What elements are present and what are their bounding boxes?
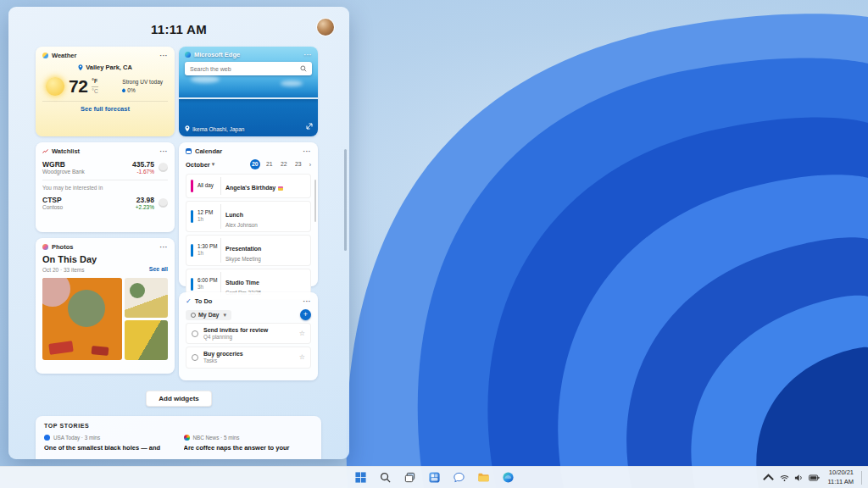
stock-company: Woodgrove Bank — [42, 169, 132, 175]
file-explorer-button[interactable] — [473, 469, 493, 487]
todo-list-label: My Day — [198, 312, 220, 318]
photo-thumbnail[interactable] — [42, 278, 122, 360]
chevron-down-icon: ▾ — [224, 312, 227, 319]
calendar-month[interactable]: October — [186, 161, 210, 169]
battery-icon[interactable] — [809, 474, 820, 481]
edge-browser-button[interactable] — [498, 469, 518, 487]
tray-overflow-button[interactable] — [761, 469, 775, 487]
todo-toolbar: My Day ▾ + — [186, 309, 311, 320]
chevron-down-icon[interactable]: ▾ — [212, 161, 215, 168]
calendar-widget-header: Calendar ··· — [186, 147, 311, 155]
weather-temperature: 72 — [69, 76, 87, 97]
star-icon[interactable]: ☆ — [299, 330, 305, 337]
edge-search-box[interactable] — [185, 62, 312, 75]
calendar-widget-title: Calendar — [195, 147, 222, 155]
widgets-button[interactable] — [424, 469, 444, 487]
task-view-button[interactable] — [399, 469, 420, 487]
photos-see-all-link[interactable]: See all — [149, 266, 168, 273]
location-pin-icon — [78, 64, 83, 71]
network-icon[interactable] — [780, 474, 789, 482]
see-full-forecast-link[interactable]: See full forecast — [42, 101, 168, 113]
edge-logo-icon — [185, 52, 191, 58]
stock-row[interactable]: WGRB Woodgrove Bank 435.75 -1.67% — [42, 160, 168, 175]
news-story[interactable]: NBC News · 5 mins Are coffee naps the an… — [184, 435, 314, 452]
panel-scrollbar[interactable] — [344, 149, 347, 251]
start-button[interactable] — [350, 469, 370, 487]
calendar-widget[interactable]: Calendar ··· October ▾ 20 21 22 23 › — [179, 142, 318, 286]
watchlist-widget[interactable]: Watchlist ··· WGRB Woodgrove Bank 435.75… — [36, 142, 175, 232]
unit-fahrenheit[interactable]: °F — [92, 78, 97, 86]
calendar-date[interactable]: 22 — [279, 159, 289, 169]
search-button[interactable] — [375, 469, 395, 487]
calendar-date[interactable]: 23 — [293, 159, 303, 169]
calendar-event[interactable]: All day Angela's Birthday — [186, 174, 311, 198]
calendar-scrollbar[interactable] — [314, 180, 317, 222]
chevron-right-icon[interactable]: › — [309, 162, 311, 168]
photos-menu-button[interactable]: ··· — [160, 244, 169, 251]
unit-celsius[interactable]: °C — [92, 87, 97, 95]
weather-icon — [42, 53, 48, 58]
todo-widget[interactable]: ✓ To Do ··· My Day ▾ + Send invites for … — [179, 292, 318, 380]
event-title: Presentation — [225, 246, 261, 252]
calendar-menu-button[interactable]: ··· — [303, 148, 312, 155]
weather-location-row: Valley Park, CA — [42, 64, 168, 71]
chevron-up-icon — [762, 471, 775, 484]
todo-list-selector[interactable]: My Day ▾ — [186, 310, 231, 320]
edge-widget-header: Microsoft Edge ··· — [185, 51, 312, 58]
volume-icon[interactable] — [794, 474, 804, 482]
star-icon[interactable]: ☆ — [299, 354, 305, 361]
calendar-event-list: All day Angela's Birthday 12 PM1h Lunch … — [186, 174, 311, 300]
add-widgets-button[interactable]: Add widgets — [146, 391, 212, 407]
photos-header-row: On This Day Oct 20 · 33 items See all — [42, 254, 168, 273]
event-time: All day — [198, 182, 214, 188]
expand-icon[interactable] — [306, 118, 313, 133]
watchlist-menu-button[interactable]: ··· — [160, 148, 169, 155]
edge-widget[interactable]: Microsoft Edge ··· Ikema Ohashi, Japan — [179, 47, 318, 136]
calendar-date[interactable]: 21 — [264, 159, 275, 169]
search-icon — [300, 65, 307, 72]
event-color-bar — [191, 278, 193, 291]
task-checkbox[interactable] — [192, 330, 198, 337]
watchlist-chart-icon — [42, 148, 48, 154]
task-checkbox[interactable] — [192, 354, 198, 361]
edge-menu-button[interactable]: ··· — [304, 52, 313, 58]
windows-start-icon — [354, 471, 367, 484]
chat-button[interactable] — [448, 469, 469, 487]
stock-symbol: CTSP — [42, 196, 136, 204]
weather-widget[interactable]: Weather ··· Valley Park, CA 72 °F °C — [36, 47, 175, 136]
bridge-shape — [179, 97, 318, 99]
todo-task-row[interactable]: Buy groceries Tasks ☆ — [186, 347, 311, 368]
weather-units[interactable]: °F °C — [92, 78, 97, 95]
story-source: NBC News · 5 mins — [193, 435, 240, 441]
photos-widget[interactable]: Photos ··· On This Day Oct 20 · 33 items… — [36, 238, 175, 374]
event-color-bar — [191, 180, 193, 192]
task-title: Send invites for review — [203, 326, 268, 334]
photos-widget-header: Photos ··· — [42, 243, 168, 251]
weather-current: 72 °F °C Strong UV today 0% — [46, 76, 164, 97]
photo-thumbnail[interactable] — [125, 278, 168, 318]
event-time: 1:30 PM — [198, 243, 217, 249]
add-task-button[interactable]: + — [300, 309, 311, 320]
todo-task-row[interactable]: Send invites for review Q4 planning ☆ — [186, 323, 311, 344]
photo-thumbnail[interactable] — [125, 320, 168, 360]
calendar-date-selected[interactable]: 20 — [250, 159, 260, 169]
calendar-event[interactable]: 12 PM1h Lunch Alex Johnson — [186, 201, 311, 232]
sun-icon — [46, 77, 64, 96]
show-desktop-button[interactable] — [861, 471, 864, 485]
todo-menu-button[interactable]: ··· — [303, 298, 312, 305]
calendar-icon — [186, 148, 192, 154]
taskbar-clock[interactable]: 10/20/21 11:11 AM — [825, 469, 856, 485]
file-explorer-icon — [477, 471, 490, 484]
calendar-event[interactable]: 1:30 PM1h Presentation Skype Meeting — [186, 235, 311, 266]
stock-row[interactable]: CTSP Contoso 23.98 +2.23% — [42, 196, 168, 210]
news-story[interactable]: USA Today · 3 mins One of the smallest b… — [44, 435, 174, 452]
user-avatar[interactable] — [317, 19, 334, 36]
search-input[interactable] — [190, 66, 300, 72]
weather-menu-button[interactable]: ··· — [160, 53, 169, 59]
usa-today-icon — [44, 435, 50, 441]
story-headline: One of the smallest black holes — and — [44, 444, 174, 452]
weather-precip-row: 0% — [122, 86, 163, 95]
stock-change: +2.23% — [136, 204, 154, 210]
event-subtitle: Alex Johnson — [225, 222, 258, 229]
cloud-shape — [191, 75, 220, 83]
